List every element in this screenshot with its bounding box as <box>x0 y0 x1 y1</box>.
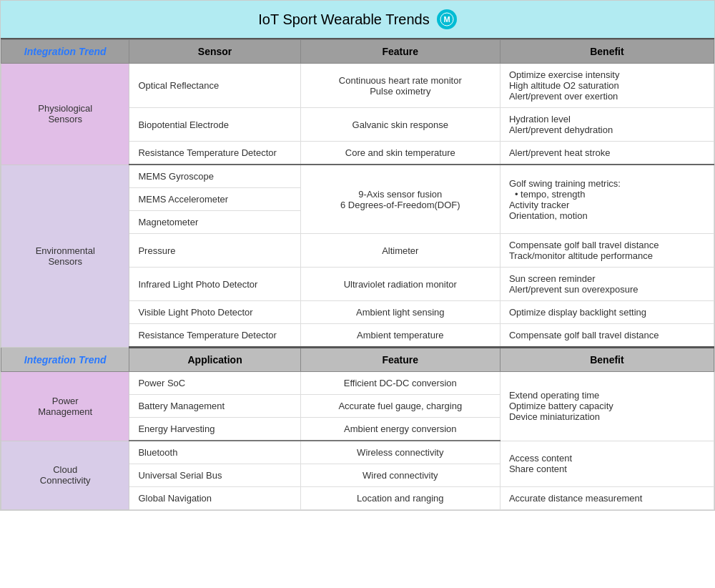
benefit-cell: Optimize exercise intensityHigh altitude… <box>500 64 714 108</box>
feature-cell: Core and skin temperature <box>300 142 500 165</box>
benefit-cell: Accurate distance measurement <box>500 487 714 510</box>
benefit-cell: Alert/prevent heat stroke <box>500 142 714 165</box>
benefit-cell: Optimize display backlight setting <box>500 301 714 324</box>
table-row: PhysiologicalSensors Optical Reflectance… <box>1 64 714 108</box>
feature-cell: Wired connectivity <box>300 464 500 487</box>
col1-header: Integration Trend <box>1 40 129 64</box>
feature-cell: Ultraviolet radiation monitor <box>300 268 500 301</box>
feature-cell: 9-Axis sensor fusion6 Degrees-of-Freedom… <box>300 165 500 234</box>
benefit-cell: Hydration levelAlert/prevent dehydration <box>500 108 714 142</box>
feature-cell: Location and ranging <box>300 487 500 510</box>
app-cell: Global Navigation <box>129 487 300 510</box>
benefit-cell: Compensate golf ball travel distance <box>500 324 714 348</box>
section2-header-row: Integration Trend Application Feature Be… <box>1 348 714 372</box>
feature-cell: Accurate fuel gauge, charging <box>300 395 500 418</box>
feature-cell: Wireless connectivity <box>300 441 500 464</box>
sensor-cell: MEMS Gyroscope <box>129 165 300 188</box>
section1-header-row: Integration Trend Sensor Feature Benefit <box>1 40 714 64</box>
col3-header2: Feature <box>300 348 500 372</box>
table-row: PowerManagement Power SoC Efficient DC-D… <box>1 372 714 395</box>
col4-header: Benefit <box>500 40 714 64</box>
benefit-cell: Access contentShare content <box>500 441 714 487</box>
col2-header2: Application <box>129 348 300 372</box>
feature-cell: Ambient temperature <box>300 324 500 348</box>
sensor-cell: Resistance Temperature Detector <box>129 324 300 348</box>
physiological-category: PhysiologicalSensors <box>1 64 129 165</box>
svg-text:M: M <box>443 15 450 24</box>
title-bar: IoT Sport Wearable Trends M <box>1 1 714 39</box>
col2-header: Sensor <box>129 40 300 64</box>
feature-cell: Altimeter <box>300 234 500 268</box>
sensor-cell: Biopotential Electrode <box>129 108 300 142</box>
environmental-category: EnvironmentalSensors <box>1 165 129 348</box>
feature-cell: Ambient light sensing <box>300 301 500 324</box>
app-cell: Power SoC <box>129 372 300 395</box>
sensor-cell: Infrared Light Photo Detector <box>129 268 300 301</box>
benefit-cell: Sun screen reminderAlert/prevent sun ove… <box>500 268 714 301</box>
sensor-cell: Optical Reflectance <box>129 64 300 108</box>
page-title: IoT Sport Wearable Trends <box>258 11 429 28</box>
benefit-cell: Golf swing training metrics: • tempo, st… <box>500 165 714 234</box>
col3-header: Feature <box>300 40 500 64</box>
col4-header2: Benefit <box>500 348 714 372</box>
sensor-cell: Resistance Temperature Detector <box>129 142 300 165</box>
app-cell: Universal Serial Bus <box>129 464 300 487</box>
benefit-cell: Extend operating timeOptimize battery ca… <box>500 372 714 441</box>
sensor-cell: Pressure <box>129 234 300 268</box>
feature-cell: Continuous heart rate monitorPulse oxime… <box>300 64 500 108</box>
sensor-cell: Magnetometer <box>129 211 300 234</box>
feature-cell: Ambient energy conversion <box>300 418 500 441</box>
sensor-cell: Visible Light Photo Detector <box>129 301 300 324</box>
app-cell: Battery Management <box>129 395 300 418</box>
col1-header2: Integration Trend <box>1 348 129 372</box>
app-cell: Bluetooth <box>129 441 300 464</box>
table-row: EnvironmentalSensors MEMS Gyroscope 9-Ax… <box>1 165 714 188</box>
power-category: PowerManagement <box>1 372 129 441</box>
table-row: CloudConnectivity Bluetooth Wireless con… <box>1 441 714 464</box>
benefit-cell: Compensate golf ball travel distanceTrac… <box>500 234 714 268</box>
feature-cell: Galvanic skin response <box>300 108 500 142</box>
sensor-cell: MEMS Accelerometer <box>129 188 300 211</box>
logo-icon: M <box>437 9 457 29</box>
feature-cell: Efficient DC-DC conversion <box>300 372 500 395</box>
app-cell: Energy Harvesting <box>129 418 300 441</box>
cloud-category: CloudConnectivity <box>1 441 129 510</box>
